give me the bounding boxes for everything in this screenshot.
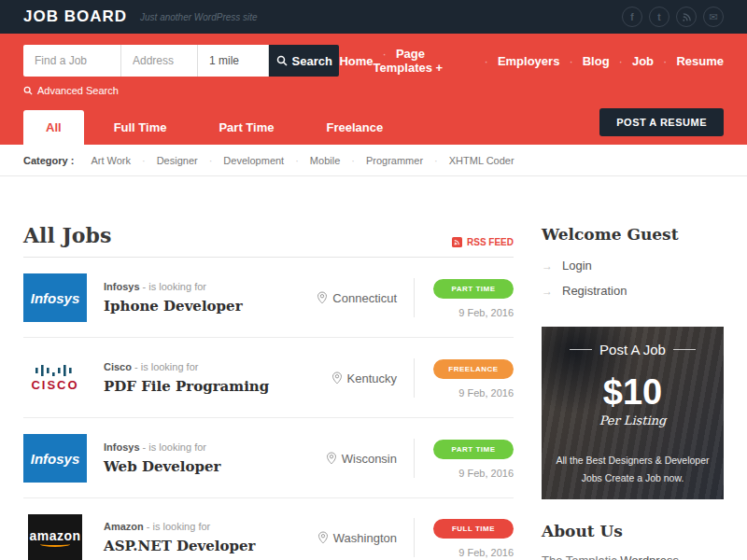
job-title-link[interactable]: Web Developer: [104, 458, 220, 475]
post-resume-button[interactable]: POST A RESUME: [599, 108, 724, 136]
category-art-work[interactable]: Art Work: [91, 155, 131, 166]
list-item: Registration: [542, 282, 724, 299]
job-title-link[interactable]: Iphone Developer: [104, 298, 243, 315]
cisco-bars-icon: [35, 365, 75, 376]
job-location: Washington: [317, 531, 397, 545]
company-logo: amazon: [28, 514, 82, 560]
nav-item-blog[interactable]: Blog: [559, 54, 609, 68]
company-name: Cisco: [104, 361, 132, 372]
job-type-badge: PART TIME: [433, 279, 514, 299]
nav-item-home[interactable]: Home: [339, 54, 373, 68]
company-logo-text: Infosys: [31, 290, 80, 306]
location-pin-icon: [317, 291, 328, 304]
category-xhtml-coder[interactable]: XHTML Coder: [423, 155, 514, 166]
job-title-link[interactable]: PDF File Programing: [104, 378, 269, 395]
job-location-label: Kentucky: [347, 371, 397, 385]
ad-content: Post A Job $10 Per Listing All the Best …: [542, 327, 724, 487]
list-item: Login: [542, 257, 724, 273]
job-date: 9 Feb, 2016: [428, 387, 514, 399]
advanced-search-link[interactable]: Advanced Search: [23, 85, 119, 96]
job-location: Kentucky: [331, 371, 397, 385]
advanced-search-label: Advanced Search: [37, 85, 119, 96]
rss-icon[interactable]: [676, 7, 697, 27]
job-location-label: Washington: [333, 531, 397, 545]
site-tagline: Just another WordPress site: [140, 12, 258, 22]
job-type-badge: FULL TIME: [433, 519, 514, 539]
registration-link[interactable]: Registration: [542, 284, 627, 298]
category-development[interactable]: Development: [198, 155, 285, 166]
login-link[interactable]: Login: [542, 259, 592, 273]
job-info: Infosys- is looking for Iphone Developer: [104, 281, 243, 315]
company-suffix: - is looking for: [143, 281, 206, 292]
location-pin-icon: [317, 531, 329, 544]
sidebar: Welcome Guest Login Registration Post A …: [542, 176, 724, 560]
main-navigation: Home Page Templates + Employers Blog Job…: [339, 47, 724, 75]
company-logo: CISCO: [23, 354, 87, 402]
find-job-input[interactable]: [23, 45, 121, 77]
facebook-icon[interactable]: [622, 7, 642, 27]
category-designer[interactable]: Designer: [131, 155, 198, 166]
twitter-icon[interactable]: [649, 7, 669, 27]
social-links: [622, 7, 724, 27]
company-name: Infosys: [104, 441, 140, 453]
search-icon: [23, 86, 33, 95]
job-row[interactable]: Infosys Infosys- is looking for Web Deve…: [23, 418, 514, 498]
nav-item-resume[interactable]: Resume: [654, 54, 724, 68]
ad-price: $10: [542, 374, 724, 410]
tab-freelance[interactable]: Freelance: [303, 110, 405, 145]
job-type-tabs: All Full Time Part Time Freelance POST A…: [23, 108, 724, 145]
job-meta: PART TIME 9 Feb, 2016: [428, 278, 514, 318]
post-a-job-ad[interactable]: Post A Job $10 Per Listing All the Best …: [542, 327, 724, 499]
category-mobile[interactable]: Mobile: [284, 155, 340, 166]
address-input[interactable]: [121, 45, 198, 77]
hero-band: Search Home Page Templates + Employers B…: [0, 34, 747, 145]
job-type-badge: PART TIME: [433, 440, 514, 459]
job-row[interactable]: CISCO Cisco- is looking for PDF File Pro…: [23, 338, 514, 418]
list-header: All Jobs RSS FEED: [23, 223, 514, 258]
company-suffix: - is looking for: [147, 521, 210, 532]
category-label: Category :: [23, 155, 74, 166]
job-list-section: All Jobs RSS FEED Infosys: [23, 176, 514, 560]
site-logo[interactable]: JOB BOARD: [23, 7, 127, 26]
email-icon[interactable]: [703, 7, 724, 27]
divider: [414, 439, 415, 478]
job-date: 9 Feb, 2016: [428, 307, 514, 318]
category-bar: Category : Art Work Designer Development…: [0, 145, 747, 176]
company-logo: Infosys: [23, 273, 87, 322]
job-date: 9 Feb, 2016: [428, 468, 514, 479]
job-info: Amazon- is looking for ASP.NET Developer: [104, 521, 255, 554]
page-content: All Jobs RSS FEED Infosys: [0, 176, 747, 560]
search-button[interactable]: Search: [269, 45, 339, 77]
company-suffix: - is looking for: [134, 361, 198, 372]
category-programmer[interactable]: Programmer: [340, 155, 423, 166]
job-location: Connecticut: [317, 291, 397, 305]
job-meta: FREELANCE 9 Feb, 2016: [428, 358, 514, 399]
nav-item-job[interactable]: Job: [610, 54, 654, 68]
job-search-form: Search Home Page Templates + Employers B…: [23, 45, 724, 77]
location-pin-icon: [331, 371, 343, 385]
job-row[interactable]: Infosys Infosys- is looking for Iphone D…: [23, 258, 514, 338]
nav-item-employers[interactable]: Employers: [475, 54, 560, 68]
company-logo-text: Infosys: [31, 451, 80, 467]
rss-feed-link[interactable]: RSS FEED: [452, 237, 514, 247]
tab-full-time[interactable]: Full Time: [92, 110, 190, 145]
page-title: All Jobs: [23, 223, 111, 247]
job-meta: FULL TIME 9 Feb, 2016: [428, 518, 514, 558]
tab-part-time[interactable]: Part Time: [196, 110, 296, 145]
company-suffix: - is looking for: [143, 441, 206, 453]
job-title-link[interactable]: ASP.NET Developer: [104, 538, 255, 554]
nav-item-page-templates[interactable]: Page Templates +: [374, 47, 475, 75]
search-icon: [276, 55, 288, 66]
company-name: Infosys: [104, 281, 140, 292]
job-row[interactable]: amazon Amazon- is looking for ASP.NET De…: [23, 498, 514, 560]
about-title: About Us: [542, 522, 724, 540]
ad-price-sub: Per Listing: [542, 413, 724, 427]
job-info: Infosys- is looking for Web Developer: [104, 441, 220, 475]
job-info: Cisco- is looking for PDF File Programin…: [104, 361, 269, 395]
tab-all[interactable]: All: [23, 110, 84, 145]
rss-feed-icon: [452, 237, 462, 247]
radius-input[interactable]: [198, 45, 269, 77]
search-button-label: Search: [292, 54, 332, 68]
job-location-label: Wisconsin: [342, 452, 397, 466]
company-logo-text: CISCO: [31, 378, 78, 392]
